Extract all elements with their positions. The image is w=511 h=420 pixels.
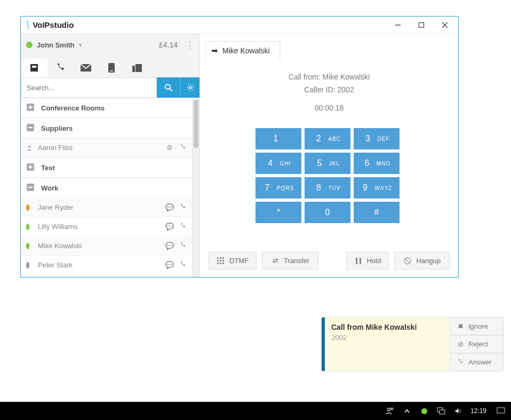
chat-icon[interactable]: 💬: [165, 223, 174, 231]
sidebar-nav-tabs: [21, 56, 199, 77]
presence-busy-icon: [26, 204, 34, 211]
titlebar: \ VoIPstudio: [21, 17, 458, 34]
kebab-menu-icon[interactable]: ⋮: [185, 39, 194, 51]
key-star[interactable]: *: [255, 202, 301, 223]
svg-point-13: [189, 86, 191, 89]
hold-label: Hold: [367, 257, 381, 265]
taskbar-clock[interactable]: 12:19: [470, 407, 489, 415]
tab-fax[interactable]: [124, 58, 150, 77]
taskbar: 12:19: [0, 402, 511, 420]
key-hash[interactable]: #: [354, 202, 400, 223]
chat-icon[interactable]: 💬: [165, 242, 174, 250]
group-suppliers[interactable]: Suppliers: [21, 118, 192, 138]
svg-point-39: [391, 408, 393, 409]
call-timer: 00:00:18: [209, 102, 450, 115]
search-icon: [164, 83, 173, 92]
hold-button[interactable]: Hold: [346, 252, 389, 270]
ignore-button[interactable]: ✖ Ignore: [450, 318, 503, 335]
person-icon: [26, 145, 34, 151]
key-7[interactable]: 7PQRS: [255, 177, 301, 199]
key-0[interactable]: 0: [305, 202, 350, 223]
key-4[interactable]: 4GHI: [255, 153, 301, 174]
window-controls: [389, 18, 454, 32]
toast-caller-id: 2002: [331, 334, 443, 342]
search-input[interactable]: [21, 77, 157, 98]
svg-rect-42: [497, 408, 505, 413]
contact-name: Lilly Williams: [38, 223, 165, 231]
tab-calls[interactable]: [47, 58, 73, 77]
call-tab[interactable]: ➡ Mike Kowalski: [205, 41, 280, 60]
scrollbar-thumb[interactable]: [194, 100, 198, 148]
group-label: Suppliers: [41, 124, 73, 132]
pause-icon: [354, 257, 363, 265]
key-2[interactable]: 2ABC: [305, 128, 350, 149]
transfer-button[interactable]: ⇄ Transfer: [262, 252, 318, 270]
key-5[interactable]: 5JKL: [305, 153, 350, 174]
dtmf-button[interactable]: DTMF: [209, 252, 257, 270]
settings-button[interactable]: [180, 77, 199, 98]
contact-mike[interactable]: Mike Kowalski 💬: [21, 236, 192, 256]
maximize-button[interactable]: [412, 18, 430, 32]
svg-rect-8: [110, 70, 113, 72]
mail-icon: [80, 64, 92, 72]
group-label: Work: [41, 184, 58, 192]
tray-voip-icon[interactable]: [419, 406, 429, 416]
key-1[interactable]: 1: [255, 128, 301, 149]
hangup-button[interactable]: Hangup: [394, 252, 450, 270]
tray-volume-icon[interactable]: [453, 406, 463, 416]
chevron-down-icon[interactable]: ▼: [78, 42, 83, 48]
search-button[interactable]: [157, 77, 180, 98]
gear-icon[interactable]: ⚙: [165, 144, 174, 152]
incoming-call-toast: Call from Mike Kowalski 2002 ✖ Ignore ⊘ …: [322, 318, 503, 371]
contact-jane[interactable]: Jane Ryder 💬: [21, 198, 192, 217]
tab-contacts[interactable]: [22, 58, 47, 77]
caller-id-label: Caller ID: 2002: [209, 84, 450, 97]
reject-button[interactable]: ⊘ Reject: [450, 335, 503, 353]
tray-chevron-icon[interactable]: [402, 406, 412, 416]
svg-point-11: [165, 84, 170, 89]
group-work[interactable]: Work: [21, 178, 192, 198]
phone-icon[interactable]: [178, 223, 187, 231]
key-9[interactable]: 9WXYZ: [354, 177, 400, 199]
phone-icon[interactable]: [178, 261, 187, 269]
group-test[interactable]: Test: [21, 157, 192, 178]
group-label: Test: [41, 164, 55, 172]
close-icon: ✖: [457, 322, 464, 330]
minimize-button[interactable]: [389, 18, 407, 32]
keypad-icon: [217, 257, 225, 265]
svg-rect-30: [222, 260, 224, 261]
answer-button[interactable]: Answer: [450, 353, 503, 371]
phone-icon[interactable]: [178, 203, 187, 211]
svg-point-19: [28, 146, 30, 148]
group-label: Conference Rooms: [41, 104, 105, 112]
tab-messages[interactable]: [73, 58, 99, 77]
outgoing-arrow-icon: ➡: [211, 46, 218, 56]
tray-network-icon[interactable]: [436, 406, 446, 416]
call-actions: DTMF ⇄ Transfer Hold Hangup: [209, 252, 450, 270]
svg-rect-9: [132, 66, 135, 72]
group-conference-rooms[interactable]: Conference Rooms: [21, 98, 192, 118]
svg-rect-35: [360, 258, 361, 264]
chat-icon[interactable]: 💬: [165, 203, 174, 211]
app-title: VoIPstudio: [33, 20, 74, 29]
tray-notifications-icon[interactable]: [496, 406, 506, 416]
reject-label: Reject: [468, 340, 488, 348]
contact-aaron[interactable]: Aaron Fliss ⚙: [21, 138, 192, 157]
chat-icon[interactable]: 💬: [165, 261, 174, 269]
transfer-icon: ⇄: [271, 257, 280, 265]
phone-icon[interactable]: [178, 242, 187, 250]
current-user-name: John Smith: [37, 41, 75, 49]
people-tray-icon[interactable]: [385, 406, 395, 416]
key-8[interactable]: 8TUV: [305, 177, 350, 199]
key-6[interactable]: 6MNO: [354, 153, 400, 174]
key-3[interactable]: 3DEF: [354, 128, 400, 149]
contact-peter[interactable]: Peter Stark 💬: [21, 256, 192, 275]
close-button[interactable]: [436, 18, 454, 32]
scrollbar[interactable]: [192, 98, 199, 277]
contact-name: Mike Kowalski: [38, 242, 165, 250]
tab-mobile[interactable]: [99, 58, 124, 77]
phone-icon[interactable]: [178, 144, 187, 152]
current-user-row[interactable]: John Smith ▼ £4.14 ⋮: [21, 34, 199, 56]
contact-lilly[interactable]: Lilly Williams 💬: [21, 217, 192, 236]
mobile-icon: [108, 62, 115, 73]
